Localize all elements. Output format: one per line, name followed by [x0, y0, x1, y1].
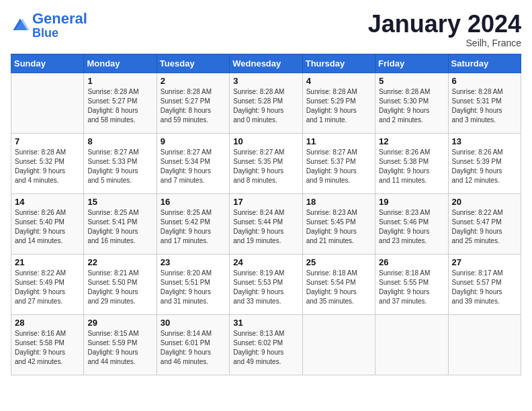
day-number: 30 [161, 318, 226, 328]
calendar-cell: 26Sunrise: 8:18 AMSunset: 5:55 PMDayligh… [375, 254, 448, 314]
cell-info: Sunrise: 8:27 AMSunset: 5:33 PMDaylight:… [87, 148, 152, 185]
calendar-cell: 5Sunrise: 8:28 AMSunset: 5:30 PMDaylight… [375, 73, 448, 133]
cell-info: Sunrise: 8:28 AMSunset: 5:31 PMDaylight:… [452, 87, 517, 125]
day-number: 13 [452, 136, 517, 146]
day-of-week-header: Friday [375, 54, 448, 73]
day-number: 1 [87, 76, 152, 86]
cell-info: Sunrise: 8:23 AMSunset: 5:46 PMDaylight:… [379, 208, 444, 246]
day-number: 17 [233, 197, 298, 207]
cell-info: Sunrise: 8:18 AMSunset: 5:55 PMDaylight:… [379, 269, 444, 306]
cell-info: Sunrise: 8:18 AMSunset: 5:54 PMDaylight:… [306, 269, 371, 306]
day-number: 29 [87, 318, 152, 328]
calendar-cell: 28Sunrise: 8:16 AMSunset: 5:58 PMDayligh… [11, 314, 84, 375]
cell-info: Sunrise: 8:22 AMSunset: 5:47 PMDaylight:… [452, 208, 517, 246]
day-number: 21 [15, 257, 80, 267]
day-number: 22 [87, 257, 152, 267]
day-number: 8 [87, 136, 152, 146]
title-block: January 2024 Seilh, France [368, 11, 521, 48]
day-number: 5 [379, 76, 444, 86]
day-number: 4 [306, 76, 371, 86]
day-number: 27 [452, 257, 517, 267]
cell-info: Sunrise: 8:28 AMSunset: 5:30 PMDaylight:… [379, 87, 444, 125]
day-number: 6 [452, 76, 517, 86]
calendar-cell: 15Sunrise: 8:25 AMSunset: 5:41 PMDayligh… [84, 193, 157, 254]
calendar-cell: 12Sunrise: 8:26 AMSunset: 5:38 PMDayligh… [375, 133, 448, 193]
day-number: 25 [306, 257, 371, 267]
logo-icon [11, 16, 30, 35]
cell-info: Sunrise: 8:22 AMSunset: 5:49 PMDaylight:… [15, 269, 80, 306]
calendar-week-row: 14Sunrise: 8:26 AMSunset: 5:40 PMDayligh… [11, 193, 521, 254]
calendar-cell: 2Sunrise: 8:28 AMSunset: 5:27 PMDaylight… [157, 73, 229, 133]
calendar-cell: 18Sunrise: 8:23 AMSunset: 5:45 PMDayligh… [302, 193, 375, 254]
location: Seilh, France [368, 38, 521, 48]
calendar-cell: 27Sunrise: 8:17 AMSunset: 5:57 PMDayligh… [448, 254, 521, 314]
calendar-header: SundayMondayTuesdayWednesdayThursdayFrid… [11, 54, 521, 73]
calendar-cell: 16Sunrise: 8:25 AMSunset: 5:42 PMDayligh… [157, 193, 229, 254]
calendar-week-row: 7Sunrise: 8:28 AMSunset: 5:32 PMDaylight… [11, 133, 521, 193]
calendar-cell: 13Sunrise: 8:26 AMSunset: 5:39 PMDayligh… [448, 133, 521, 193]
cell-info: Sunrise: 8:28 AMSunset: 5:32 PMDaylight:… [15, 148, 80, 185]
calendar-cell: 6Sunrise: 8:28 AMSunset: 5:31 PMDaylight… [448, 73, 521, 133]
cell-info: Sunrise: 8:23 AMSunset: 5:45 PMDaylight:… [306, 208, 371, 246]
calendar-cell: 3Sunrise: 8:28 AMSunset: 5:28 PMDaylight… [230, 73, 302, 133]
day-of-week-header: Monday [84, 54, 157, 73]
day-number: 28 [15, 318, 80, 328]
calendar-week-row: 1Sunrise: 8:28 AMSunset: 5:27 PMDaylight… [11, 73, 521, 133]
day-number: 9 [161, 136, 226, 146]
calendar-table: SundayMondayTuesdayWednesdayThursdayFrid… [11, 54, 521, 375]
cell-info: Sunrise: 8:26 AMSunset: 5:38 PMDaylight:… [379, 148, 444, 185]
calendar-cell: 24Sunrise: 8:19 AMSunset: 5:53 PMDayligh… [230, 254, 302, 314]
cell-info: Sunrise: 8:26 AMSunset: 5:39 PMDaylight:… [452, 148, 517, 185]
page-header: General Blue January 2024 Seilh, France [11, 11, 521, 48]
calendar-cell [375, 314, 448, 375]
day-number: 10 [233, 136, 298, 146]
cell-info: Sunrise: 8:25 AMSunset: 5:41 PMDaylight:… [87, 208, 152, 246]
calendar-cell: 7Sunrise: 8:28 AMSunset: 5:32 PMDaylight… [11, 133, 84, 193]
cell-info: Sunrise: 8:15 AMSunset: 5:59 PMDaylight:… [87, 329, 152, 367]
calendar-cell [11, 73, 84, 133]
calendar-cell: 17Sunrise: 8:24 AMSunset: 5:44 PMDayligh… [230, 193, 302, 254]
calendar-week-row: 21Sunrise: 8:22 AMSunset: 5:49 PMDayligh… [11, 254, 521, 314]
calendar-cell: 23Sunrise: 8:20 AMSunset: 5:51 PMDayligh… [157, 254, 229, 314]
calendar-cell: 4Sunrise: 8:28 AMSunset: 5:29 PMDaylight… [302, 73, 375, 133]
cell-info: Sunrise: 8:27 AMSunset: 5:37 PMDaylight:… [306, 148, 371, 185]
logo-text: General Blue [32, 11, 87, 40]
cell-info: Sunrise: 8:26 AMSunset: 5:40 PMDaylight:… [15, 208, 80, 246]
cell-info: Sunrise: 8:19 AMSunset: 5:53 PMDaylight:… [233, 269, 298, 306]
day-number: 14 [15, 197, 80, 207]
day-number: 19 [379, 197, 444, 207]
cell-info: Sunrise: 8:27 AMSunset: 5:34 PMDaylight:… [161, 148, 226, 185]
day-number: 15 [87, 197, 152, 207]
cell-info: Sunrise: 8:28 AMSunset: 5:29 PMDaylight:… [306, 87, 371, 125]
day-number: 20 [452, 197, 517, 207]
day-number: 31 [233, 318, 298, 328]
month-title: January 2024 [368, 11, 521, 38]
calendar-cell: 8Sunrise: 8:27 AMSunset: 5:33 PMDaylight… [84, 133, 157, 193]
calendar-cell [448, 314, 521, 375]
day-number: 3 [233, 76, 298, 86]
logo: General Blue [11, 11, 87, 40]
cell-info: Sunrise: 8:21 AMSunset: 5:50 PMDaylight:… [87, 269, 152, 306]
day-of-week-header: Wednesday [230, 54, 302, 73]
day-of-week-header: Tuesday [157, 54, 229, 73]
cell-info: Sunrise: 8:28 AMSunset: 5:27 PMDaylight:… [87, 87, 152, 125]
calendar-cell [302, 314, 375, 375]
cell-info: Sunrise: 8:13 AMSunset: 6:02 PMDaylight:… [233, 329, 298, 367]
calendar-week-row: 28Sunrise: 8:16 AMSunset: 5:58 PMDayligh… [11, 314, 521, 375]
day-number: 12 [379, 136, 444, 146]
calendar-cell: 19Sunrise: 8:23 AMSunset: 5:46 PMDayligh… [375, 193, 448, 254]
cell-info: Sunrise: 8:28 AMSunset: 5:27 PMDaylight:… [161, 87, 226, 125]
cell-info: Sunrise: 8:16 AMSunset: 5:58 PMDaylight:… [15, 329, 80, 367]
calendar-cell: 10Sunrise: 8:27 AMSunset: 5:35 PMDayligh… [230, 133, 302, 193]
calendar-cell: 20Sunrise: 8:22 AMSunset: 5:47 PMDayligh… [448, 193, 521, 254]
calendar-cell: 22Sunrise: 8:21 AMSunset: 5:50 PMDayligh… [84, 254, 157, 314]
day-number: 23 [161, 257, 226, 267]
calendar-cell: 9Sunrise: 8:27 AMSunset: 5:34 PMDaylight… [157, 133, 229, 193]
day-number: 26 [379, 257, 444, 267]
calendar-cell: 30Sunrise: 8:14 AMSunset: 6:01 PMDayligh… [157, 314, 229, 375]
day-number: 11 [306, 136, 371, 146]
day-number: 7 [15, 136, 80, 146]
calendar-cell: 1Sunrise: 8:28 AMSunset: 5:27 PMDaylight… [84, 73, 157, 133]
day-number: 2 [161, 76, 226, 86]
calendar-cell: 11Sunrise: 8:27 AMSunset: 5:37 PMDayligh… [302, 133, 375, 193]
